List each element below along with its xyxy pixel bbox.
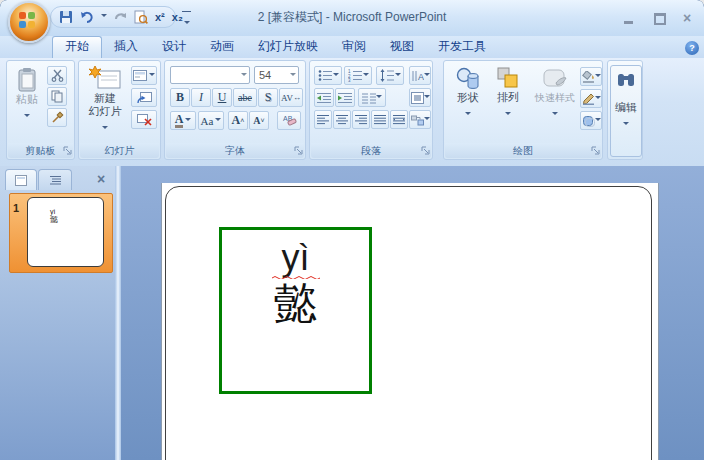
save-button[interactable] — [59, 10, 73, 25]
restore-icon — [654, 13, 666, 25]
shapes-label: 形状 — [449, 91, 487, 104]
shape-outline-button[interactable] — [580, 89, 602, 108]
distribute-icon — [393, 114, 405, 125]
underline-button[interactable]: U — [212, 88, 232, 107]
tab-slides-thumbnails[interactable] — [5, 169, 37, 190]
cut-icon — [51, 69, 64, 82]
title-bar: x² x₂ 2 [兼容模式] - Microsoft PowerPoint × — [0, 0, 704, 37]
shape-fill-button[interactable] — [580, 67, 602, 86]
chevron-down-icon — [290, 73, 296, 79]
decrease-indent-button[interactable] — [314, 88, 334, 107]
increase-indent-button[interactable] — [335, 88, 355, 107]
text-direction-icon: A — [411, 70, 424, 82]
tab-home[interactable]: 开始 — [52, 36, 102, 58]
numbering-button[interactable]: 123 — [344, 66, 372, 85]
align-right-button[interactable] — [352, 110, 370, 129]
reset-slide-button[interactable] — [131, 88, 157, 107]
strikethrough-button[interactable]: abe — [233, 88, 257, 107]
reset-slide-icon — [137, 92, 152, 104]
help-button[interactable]: ? — [685, 41, 699, 55]
slide-thumbnail[interactable]: yì 懿 — [27, 197, 104, 267]
tab-animations[interactable]: 动画 — [198, 36, 246, 58]
font-dialog-launcher[interactable] — [293, 145, 304, 157]
tab-view[interactable]: 视图 — [378, 36, 426, 58]
format-painter-button[interactable] — [47, 108, 67, 127]
restore-button[interactable] — [650, 11, 668, 26]
slide-number: 1 — [13, 202, 19, 214]
green-text-box[interactable]: yì 懿 — [219, 227, 372, 394]
group-slides: 新建 幻灯片 — [78, 60, 161, 160]
chevron-down-icon — [363, 73, 369, 79]
editing-button[interactable]: 编辑 — [610, 65, 642, 157]
text-direction-button[interactable]: A — [409, 66, 431, 85]
convert-smartart-button[interactable] — [409, 110, 431, 129]
print-preview-button[interactable] — [134, 10, 148, 25]
slide-page[interactable]: yì 懿 — [161, 183, 659, 460]
chevron-down-icon — [623, 122, 629, 128]
close-button[interactable]: × — [678, 11, 696, 26]
paragraph-dialog-launcher[interactable] — [420, 145, 431, 157]
tab-outline[interactable] — [38, 169, 72, 190]
copy-button[interactable] — [47, 87, 67, 106]
arrange-button[interactable]: 排列 — [488, 63, 528, 143]
decrease-indent-icon — [317, 92, 331, 104]
drawing-dialog-launcher[interactable] — [590, 145, 601, 157]
layout-button[interactable] — [131, 66, 157, 85]
clear-formatting-button[interactable]: AB — [277, 111, 301, 130]
font-name-combo[interactable] — [170, 66, 250, 84]
font-color-button[interactable]: A — [170, 111, 196, 130]
numbering-icon: 123 — [348, 69, 363, 82]
shapes-button[interactable]: 形状 — [448, 63, 488, 143]
undo-dropdown-icon[interactable] — [101, 14, 107, 20]
smartart-icon — [411, 114, 424, 126]
align-center-icon — [336, 114, 348, 125]
outline-tab-icon — [49, 175, 62, 185]
line-spacing-button[interactable] — [376, 66, 404, 85]
ribbon: 粘贴 — [0, 58, 704, 167]
redo-button[interactable] — [114, 10, 127, 25]
shape-effects-button[interactable] — [580, 111, 602, 130]
new-slide-button[interactable]: 新建 幻灯片 — [81, 63, 129, 145]
paste-button[interactable]: 粘贴 — [10, 64, 44, 130]
align-left-icon — [317, 114, 329, 125]
justify-icon — [374, 114, 386, 125]
tab-review[interactable]: 审阅 — [330, 36, 378, 58]
align-text-button[interactable] — [409, 88, 431, 107]
tab-developer[interactable]: 开发工具 — [426, 36, 498, 58]
align-left-button[interactable] — [314, 110, 332, 129]
clipboard-dialog-launcher[interactable] — [62, 145, 73, 157]
columns-button[interactable] — [358, 88, 386, 107]
svg-text:3: 3 — [348, 78, 351, 82]
change-case-button[interactable]: Aa — [198, 111, 224, 130]
group-label-slides: 幻灯片 — [80, 143, 159, 158]
undo-button[interactable] — [80, 10, 94, 25]
justify-button[interactable] — [371, 110, 389, 129]
slide-thumbnail-selected[interactable]: 1 yì 懿 — [9, 193, 113, 273]
grow-font-button[interactable]: A ˄ — [228, 111, 248, 130]
tab-insert[interactable]: 插入 — [102, 36, 150, 58]
align-center-button[interactable] — [333, 110, 351, 129]
format-painter-icon — [51, 111, 64, 124]
character-spacing-button[interactable]: AV ↔ — [279, 88, 303, 107]
tab-slideshow[interactable]: 幻灯片放映 — [246, 36, 330, 58]
italic-button[interactable]: I — [191, 88, 211, 107]
chevron-down-icon — [149, 73, 155, 79]
arrange-icon — [497, 67, 519, 91]
minimize-button[interactable] — [620, 11, 638, 26]
font-size-combo[interactable]: 54 — [254, 66, 299, 84]
cut-button[interactable] — [47, 66, 67, 85]
shape-fill-icon — [582, 71, 595, 83]
quick-styles-button[interactable]: 快速样式 — [528, 63, 582, 143]
group-label-font: 字体 — [166, 143, 304, 158]
panel-close-button[interactable]: × — [90, 170, 112, 189]
distribute-button[interactable] — [390, 110, 408, 129]
office-button[interactable] — [8, 1, 50, 43]
grow-font-label: A — [232, 113, 241, 128]
shrink-font-button[interactable]: A ˅ — [249, 111, 269, 130]
align-right-icon — [355, 114, 367, 125]
bullets-button[interactable] — [314, 66, 342, 85]
tab-design[interactable]: 设计 — [150, 36, 198, 58]
bold-button[interactable]: B — [170, 88, 190, 107]
delete-slide-button[interactable] — [131, 110, 157, 129]
text-shadow-button[interactable]: S — [258, 88, 278, 107]
